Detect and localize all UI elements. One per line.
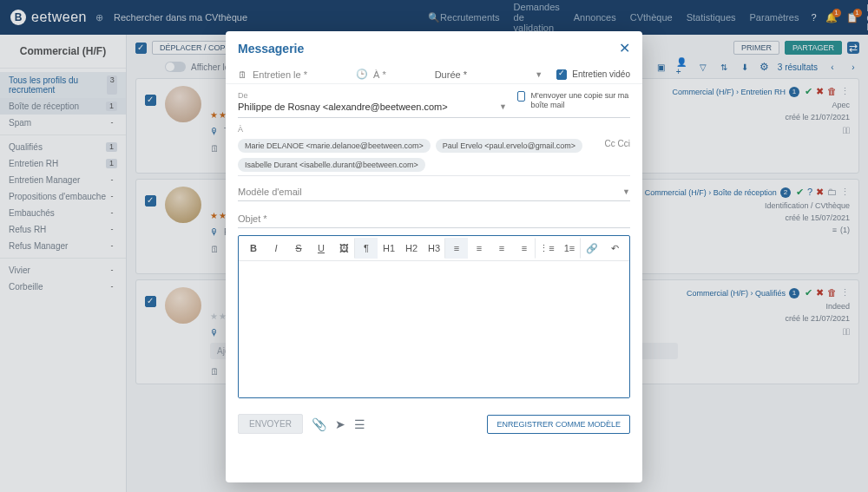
to-row: À Marie DELANOE <marie.delanoe@beetween.…	[238, 125, 630, 176]
recipient-chip[interactable]: Isabelle Durant <isabelle.durant@beetwee…	[238, 158, 425, 172]
duration-label: Durée *	[435, 69, 467, 80]
duration-field[interactable]: Durée * ▼	[435, 69, 543, 80]
modal-title: Messagerie	[238, 42, 304, 56]
checkbox-icon[interactable]	[556, 69, 567, 80]
from-label: De	[238, 91, 507, 100]
editor-textarea[interactable]	[239, 261, 629, 397]
time-label: À *	[373, 69, 386, 80]
save-template-button[interactable]: ENREGISTRER COMME MODÈLE	[487, 415, 630, 434]
video-interview-check[interactable]: Entretien vidéo	[556, 69, 630, 80]
send-button[interactable]: ENVOYER	[238, 414, 303, 434]
template-icon[interactable]: ☰	[354, 417, 365, 431]
clock-icon: 🕒	[356, 69, 368, 80]
recipient-chip[interactable]: Marie DELANOE <marie.delanoe@beetween.co…	[238, 139, 431, 153]
video-label: Entretien vidéo	[572, 69, 630, 79]
modal-body: De Philippe de Rosnay <alexandre@beetwee…	[226, 84, 642, 407]
close-icon[interactable]: ✕	[619, 40, 630, 56]
messaging-modal: Messagerie ✕ 🗓 Entretien le * 🕒 À * Duré…	[226, 31, 642, 482]
template-select[interactable]: Modèle d'email ▼	[238, 181, 630, 201]
send-later-icon[interactable]: ➤	[335, 417, 345, 431]
attach-icon[interactable]: 📎	[312, 417, 326, 431]
date-label: Entretien le *	[253, 69, 307, 80]
time-field[interactable]: 🕒 À *	[356, 69, 386, 80]
date-field[interactable]: 🗓 Entretien le *	[238, 69, 307, 80]
subject-label: Objet *	[238, 213, 267, 224]
template-label: Modèle d'email	[238, 187, 302, 197]
editor-toolbar: B I S U 🖼 ¶ H1 H2 H3 ≡ ≡ ≡ ≡ ⋮≡ 1≡ 🔗	[239, 236, 629, 261]
recipient-chip[interactable]: Paul Ervelo <paul.ervelo@gmail.com>	[436, 139, 582, 153]
link-button[interactable]: 🔗	[581, 238, 603, 259]
interview-fields: 🗓 Entretien le * 🕒 À * Durée * ▼ Entreti…	[226, 63, 642, 84]
copy-me-label: M'envoyer une copie sur ma boîte mail	[530, 91, 630, 110]
to-label: À	[238, 125, 630, 134]
from-row: De Philippe de Rosnay <alexandre@beetwee…	[238, 91, 630, 118]
cc-bcc-toggle[interactable]: Cc Cci	[605, 139, 630, 148]
align-left-button[interactable]: ≡	[445, 238, 468, 259]
strike-button[interactable]: S	[287, 238, 310, 259]
chevron-down-icon: ▼	[622, 187, 630, 196]
italic-button[interactable]: I	[265, 238, 287, 259]
align-right-button[interactable]: ≡	[490, 238, 513, 259]
chevron-down-icon: ▼	[499, 102, 507, 111]
undo-button[interactable]: ↶	[603, 238, 626, 259]
from-value: Philippe de Rosnay <alexandre@beetween.c…	[238, 102, 448, 112]
calendar-icon: 🗓	[238, 69, 247, 80]
align-justify-button[interactable]: ≡	[513, 238, 536, 259]
copy-me-check[interactable]: M'envoyer une copie sur ma boîte mail	[517, 91, 630, 110]
checkbox-icon[interactable]	[517, 91, 525, 102]
h3-button[interactable]: H3	[423, 238, 445, 259]
align-center-button[interactable]: ≡	[468, 238, 490, 259]
chevron-down-icon: ▼	[535, 70, 542, 79]
modal-footer: ENVOYER 📎 ➤ ☰ ENREGISTRER COMME MODÈLE	[226, 407, 642, 444]
underline-button[interactable]: U	[310, 238, 332, 259]
image-button[interactable]: 🖼	[332, 238, 355, 259]
bullet-list-button[interactable]: ⋮≡	[536, 238, 558, 259]
h2-button[interactable]: H2	[400, 238, 423, 259]
modal-header: Messagerie ✕	[226, 31, 642, 63]
subject-input[interactable]: Objet *	[238, 208, 630, 228]
number-list-button[interactable]: 1≡	[558, 238, 581, 259]
message-editor: B I S U 🖼 ¶ H1 H2 H3 ≡ ≡ ≡ ≡ ⋮≡ 1≡ 🔗	[238, 235, 630, 398]
h1-button[interactable]: H1	[378, 238, 400, 259]
paragraph-button[interactable]: ¶	[355, 238, 378, 259]
from-select[interactable]: Philippe de Rosnay <alexandre@beetween.c…	[238, 102, 507, 112]
recipients-input[interactable]: Marie DELANOE <marie.delanoe@beetween.co…	[238, 135, 630, 176]
footer-icons: 📎 ➤ ☰	[312, 417, 365, 431]
bold-button[interactable]: B	[242, 238, 265, 259]
modal-overlay: Messagerie ✕ 🗓 Entretien le * 🕒 À * Duré…	[0, 0, 868, 492]
